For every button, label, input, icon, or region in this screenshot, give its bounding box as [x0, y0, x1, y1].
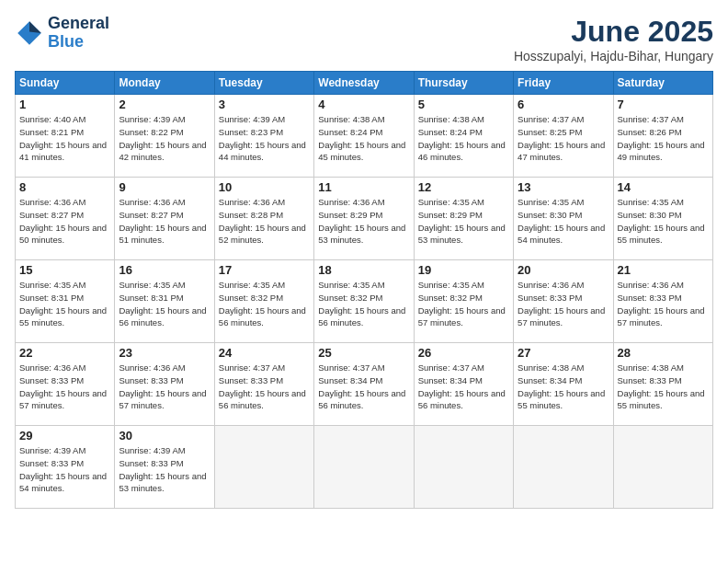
calendar-week-row: 29Sunrise: 4:39 AMSunset: 8:33 PMDayligh… [16, 426, 713, 509]
table-row: 6Sunrise: 4:37 AMSunset: 8:25 PMDaylight… [514, 95, 613, 178]
day-detail: Sunrise: 4:35 AMSunset: 8:29 PMDaylight:… [418, 196, 509, 247]
day-detail: Sunrise: 4:35 AMSunset: 8:32 PMDaylight:… [219, 279, 310, 329]
day-detail: Sunrise: 4:39 AMSunset: 8:33 PMDaylight:… [19, 444, 110, 495]
day-number: 25 [318, 346, 409, 360]
day-detail: Sunrise: 4:36 AMSunset: 8:27 PMDaylight:… [119, 196, 210, 247]
table-row: 18Sunrise: 4:35 AMSunset: 8:32 PMDayligh… [314, 260, 414, 343]
table-row: 10Sunrise: 4:36 AMSunset: 8:28 PMDayligh… [214, 178, 313, 260]
calendar-week-row: 1Sunrise: 4:40 AMSunset: 8:21 PMDaylight… [16, 95, 713, 178]
day-number: 21 [618, 263, 709, 277]
day-number: 22 [19, 346, 110, 360]
day-detail: Sunrise: 4:39 AMSunset: 8:22 PMDaylight:… [119, 113, 210, 164]
day-detail: Sunrise: 4:35 AMSunset: 8:32 PMDaylight:… [318, 279, 409, 329]
day-number: 5 [418, 98, 509, 111]
table-row [214, 426, 313, 509]
calendar-week-row: 22Sunrise: 4:36 AMSunset: 8:33 PMDayligh… [16, 343, 713, 426]
table-row: 9Sunrise: 4:36 AMSunset: 8:27 PMDaylight… [115, 178, 214, 260]
day-detail: Sunrise: 4:35 AMSunset: 8:31 PMDaylight:… [119, 279, 210, 329]
day-detail: Sunrise: 4:38 AMSunset: 8:24 PMDaylight:… [418, 113, 509, 164]
day-detail: Sunrise: 4:40 AMSunset: 8:21 PMDaylight:… [19, 113, 110, 164]
calendar-week-row: 15Sunrise: 4:35 AMSunset: 8:31 PMDayligh… [16, 260, 713, 343]
col-sunday: Sunday [16, 72, 115, 95]
days-header-row: Sunday Monday Tuesday Wednesday Thursday… [16, 72, 713, 95]
day-detail: Sunrise: 4:35 AMSunset: 8:30 PMDaylight:… [518, 196, 609, 247]
day-number: 16 [119, 263, 210, 277]
day-number: 13 [518, 180, 609, 194]
col-thursday: Thursday [414, 72, 513, 95]
calendar-body: 1Sunrise: 4:40 AMSunset: 8:21 PMDaylight… [16, 95, 713, 509]
day-number: 15 [19, 263, 110, 277]
svg-marker-1 [29, 21, 41, 33]
table-row [314, 426, 414, 509]
table-row: 12Sunrise: 4:35 AMSunset: 8:29 PMDayligh… [414, 178, 513, 260]
day-detail: Sunrise: 4:37 AMSunset: 8:34 PMDaylight:… [418, 362, 509, 412]
day-detail: Sunrise: 4:35 AMSunset: 8:30 PMDaylight:… [618, 196, 709, 247]
logo-line2: Blue [48, 33, 109, 52]
table-row: 21Sunrise: 4:36 AMSunset: 8:33 PMDayligh… [613, 260, 712, 343]
day-number: 19 [418, 263, 509, 277]
title-area: June 2025 Hosszupalyi, Hajdu-Bihar, Hung… [514, 15, 713, 63]
day-number: 29 [19, 429, 110, 442]
table-row: 7Sunrise: 4:37 AMSunset: 8:26 PMDaylight… [613, 95, 712, 178]
day-number: 3 [219, 98, 310, 111]
day-number: 10 [219, 180, 310, 194]
table-row: 23Sunrise: 4:36 AMSunset: 8:33 PMDayligh… [115, 343, 214, 426]
day-detail: Sunrise: 4:39 AMSunset: 8:33 PMDaylight:… [119, 444, 210, 495]
table-row: 13Sunrise: 4:35 AMSunset: 8:30 PMDayligh… [514, 178, 613, 260]
day-detail: Sunrise: 4:35 AMSunset: 8:32 PMDaylight:… [418, 279, 509, 329]
table-row: 29Sunrise: 4:39 AMSunset: 8:33 PMDayligh… [16, 426, 115, 509]
day-number: 7 [618, 98, 709, 111]
day-number: 28 [618, 346, 709, 360]
day-detail: Sunrise: 4:38 AMSunset: 8:24 PMDaylight:… [318, 113, 409, 164]
day-detail: Sunrise: 4:39 AMSunset: 8:23 PMDaylight:… [219, 113, 310, 164]
col-monday: Monday [115, 72, 214, 95]
table-row: 5Sunrise: 4:38 AMSunset: 8:24 PMDaylight… [414, 95, 513, 178]
table-row: 15Sunrise: 4:35 AMSunset: 8:31 PMDayligh… [16, 260, 115, 343]
calendar-table: Sunday Monday Tuesday Wednesday Thursday… [15, 71, 713, 509]
table-row: 28Sunrise: 4:38 AMSunset: 8:33 PMDayligh… [613, 343, 712, 426]
col-tuesday: Tuesday [214, 72, 313, 95]
table-row [414, 426, 513, 509]
table-row: 2Sunrise: 4:39 AMSunset: 8:22 PMDaylight… [115, 95, 214, 178]
day-number: 2 [119, 98, 210, 111]
table-row: 3Sunrise: 4:39 AMSunset: 8:23 PMDaylight… [214, 95, 313, 178]
day-number: 11 [318, 180, 409, 194]
header: General Blue June 2025 Hosszupalyi, Hajd… [15, 15, 713, 63]
day-number: 4 [318, 98, 409, 111]
table-row [514, 426, 613, 509]
day-number: 20 [518, 263, 609, 277]
day-detail: Sunrise: 4:36 AMSunset: 8:27 PMDaylight:… [19, 196, 110, 247]
day-detail: Sunrise: 4:36 AMSunset: 8:33 PMDaylight:… [618, 279, 709, 329]
table-row: 4Sunrise: 4:38 AMSunset: 8:24 PMDaylight… [314, 95, 414, 178]
calendar-week-row: 8Sunrise: 4:36 AMSunset: 8:27 PMDaylight… [16, 178, 713, 260]
table-row: 17Sunrise: 4:35 AMSunset: 8:32 PMDayligh… [214, 260, 313, 343]
logo: General Blue [15, 15, 109, 52]
table-row: 16Sunrise: 4:35 AMSunset: 8:31 PMDayligh… [115, 260, 214, 343]
table-row: 27Sunrise: 4:38 AMSunset: 8:34 PMDayligh… [514, 343, 613, 426]
calendar-title: June 2025 [514, 15, 713, 49]
day-detail: Sunrise: 4:36 AMSunset: 8:33 PMDaylight:… [19, 362, 110, 412]
table-row: 19Sunrise: 4:35 AMSunset: 8:32 PMDayligh… [414, 260, 513, 343]
day-number: 23 [119, 346, 210, 360]
day-detail: Sunrise: 4:37 AMSunset: 8:26 PMDaylight:… [618, 113, 709, 164]
logo-line1: General [48, 15, 109, 33]
day-detail: Sunrise: 4:37 AMSunset: 8:33 PMDaylight:… [219, 362, 310, 412]
col-friday: Friday [514, 72, 613, 95]
table-row: 20Sunrise: 4:36 AMSunset: 8:33 PMDayligh… [514, 260, 613, 343]
day-number: 24 [219, 346, 310, 360]
day-number: 9 [119, 180, 210, 194]
day-number: 17 [219, 263, 310, 277]
day-number: 14 [618, 180, 709, 194]
table-row: 26Sunrise: 4:37 AMSunset: 8:34 PMDayligh… [414, 343, 513, 426]
logo-icon [15, 18, 44, 48]
table-row [613, 426, 712, 509]
day-number: 26 [418, 346, 509, 360]
day-detail: Sunrise: 4:36 AMSunset: 8:33 PMDaylight:… [119, 362, 210, 412]
table-row: 22Sunrise: 4:36 AMSunset: 8:33 PMDayligh… [16, 343, 115, 426]
day-detail: Sunrise: 4:36 AMSunset: 8:33 PMDaylight:… [518, 279, 609, 329]
col-saturday: Saturday [613, 72, 712, 95]
table-row: 14Sunrise: 4:35 AMSunset: 8:30 PMDayligh… [613, 178, 712, 260]
day-detail: Sunrise: 4:35 AMSunset: 8:31 PMDaylight:… [19, 279, 110, 329]
day-number: 1 [19, 98, 110, 111]
day-detail: Sunrise: 4:37 AMSunset: 8:25 PMDaylight:… [518, 113, 609, 164]
